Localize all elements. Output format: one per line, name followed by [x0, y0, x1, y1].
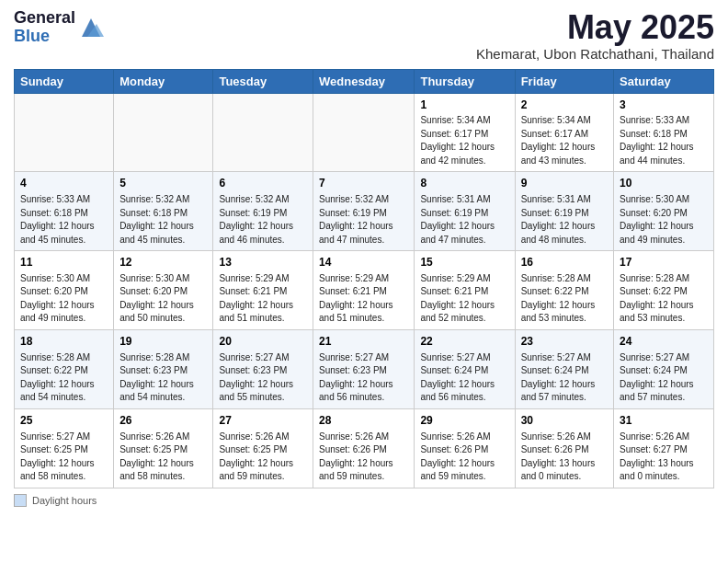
day-info: Sunrise: 5:26 AM Sunset: 6:25 PM Dayligh… [119, 431, 207, 484]
calendar-day-header: Wednesday [313, 69, 415, 93]
calendar-cell: 29Sunrise: 5:26 AM Sunset: 6:26 PM Dayli… [415, 408, 515, 488]
day-info: Sunrise: 5:32 AM Sunset: 6:19 PM Dayligh… [219, 193, 307, 247]
calendar-header-row: SundayMondayTuesdayWednesdayThursdayFrid… [15, 69, 714, 93]
logo: General Blue [14, 9, 104, 46]
calendar-cell: 6Sunrise: 5:32 AM Sunset: 6:19 PM Daylig… [213, 172, 313, 251]
logo-blue: Blue [14, 28, 75, 46]
calendar-day-header: Thursday [415, 69, 515, 93]
logo-icon [78, 15, 104, 40]
calendar-cell: 26Sunrise: 5:26 AM Sunset: 6:25 PM Dayli… [114, 408, 213, 488]
day-number: 8 [420, 176, 508, 191]
footer-label: Daylight hours [32, 495, 97, 506]
calendar-cell: 14Sunrise: 5:29 AM Sunset: 6:21 PM Dayli… [313, 251, 415, 330]
calendar-cell: 28Sunrise: 5:26 AM Sunset: 6:26 PM Dayli… [313, 408, 415, 488]
day-info: Sunrise: 5:26 AM Sunset: 6:26 PM Dayligh… [420, 431, 508, 484]
calendar-cell: 23Sunrise: 5:27 AM Sunset: 6:24 PM Dayli… [515, 329, 613, 408]
day-number: 16 [521, 255, 608, 270]
day-number: 29 [420, 413, 508, 429]
day-number: 11 [20, 255, 108, 270]
calendar-week-row: 18Sunrise: 5:28 AM Sunset: 6:22 PM Dayli… [15, 329, 714, 408]
day-info: Sunrise: 5:27 AM Sunset: 6:23 PM Dayligh… [219, 351, 307, 405]
day-number: 25 [20, 413, 108, 429]
logo-general: General [14, 9, 75, 28]
day-info: Sunrise: 5:28 AM Sunset: 6:22 PM Dayligh… [20, 351, 108, 405]
day-info: Sunrise: 5:27 AM Sunset: 6:24 PM Dayligh… [521, 351, 608, 405]
calendar-week-row: 1Sunrise: 5:34 AM Sunset: 6:17 PM Daylig… [15, 93, 714, 172]
calendar-cell: 10Sunrise: 5:30 AM Sunset: 6:20 PM Dayli… [614, 172, 714, 251]
day-number: 3 [620, 98, 708, 113]
day-info: Sunrise: 5:27 AM Sunset: 6:23 PM Dayligh… [319, 351, 408, 405]
calendar-day-header: Saturday [614, 69, 714, 93]
day-info: Sunrise: 5:34 AM Sunset: 6:17 AM Dayligh… [521, 114, 608, 167]
calendar-day-header: Friday [515, 69, 613, 93]
day-number: 10 [620, 176, 708, 191]
calendar-cell: 19Sunrise: 5:28 AM Sunset: 6:23 PM Dayli… [114, 329, 213, 408]
location-title: Khemarat, Ubon Ratchathani, Thailand [476, 46, 714, 62]
day-number: 18 [20, 334, 108, 350]
day-info: Sunrise: 5:27 AM Sunset: 6:24 PM Dayligh… [420, 351, 508, 405]
calendar-cell: 18Sunrise: 5:28 AM Sunset: 6:22 PM Dayli… [15, 329, 114, 408]
day-number: 31 [620, 413, 708, 429]
header: General Blue May 2025 Khemarat, Ubon Rat… [14, 9, 714, 62]
calendar-day-header: Monday [114, 69, 213, 93]
day-info: Sunrise: 5:31 AM Sunset: 6:19 PM Dayligh… [420, 193, 508, 247]
day-number: 22 [420, 334, 508, 350]
day-info: Sunrise: 5:29 AM Sunset: 6:21 PM Dayligh… [219, 272, 307, 326]
day-info: Sunrise: 5:30 AM Sunset: 6:20 PM Dayligh… [20, 272, 108, 326]
calendar-cell: 31Sunrise: 5:26 AM Sunset: 6:27 PM Dayli… [614, 408, 714, 488]
day-number: 12 [119, 255, 207, 270]
calendar-cell [313, 93, 415, 172]
calendar: SundayMondayTuesdayWednesdayThursdayFrid… [14, 69, 714, 488]
calendar-cell: 13Sunrise: 5:29 AM Sunset: 6:21 PM Dayli… [213, 251, 313, 330]
calendar-cell: 22Sunrise: 5:27 AM Sunset: 6:24 PM Dayli… [415, 329, 515, 408]
calendar-cell: 11Sunrise: 5:30 AM Sunset: 6:20 PM Dayli… [15, 251, 114, 330]
footer-box [14, 494, 27, 507]
day-info: Sunrise: 5:33 AM Sunset: 6:18 PM Dayligh… [620, 114, 708, 167]
day-info: Sunrise: 5:32 AM Sunset: 6:18 PM Dayligh… [119, 193, 207, 247]
day-info: Sunrise: 5:27 AM Sunset: 6:24 PM Dayligh… [620, 351, 708, 405]
calendar-cell: 17Sunrise: 5:28 AM Sunset: 6:22 PM Dayli… [614, 251, 714, 330]
day-number: 2 [521, 98, 608, 113]
day-number: 21 [319, 334, 408, 350]
day-number: 5 [119, 176, 207, 191]
calendar-cell [213, 93, 313, 172]
logo-text: General Blue [14, 9, 75, 46]
day-number: 9 [521, 176, 608, 191]
title-area: May 2025 Khemarat, Ubon Ratchathani, Tha… [476, 9, 714, 62]
calendar-cell: 3Sunrise: 5:33 AM Sunset: 6:18 PM Daylig… [614, 93, 714, 172]
day-info: Sunrise: 5:29 AM Sunset: 6:21 PM Dayligh… [420, 272, 508, 326]
calendar-cell: 20Sunrise: 5:27 AM Sunset: 6:23 PM Dayli… [213, 329, 313, 408]
day-info: Sunrise: 5:26 AM Sunset: 6:27 PM Dayligh… [620, 431, 708, 484]
calendar-cell: 16Sunrise: 5:28 AM Sunset: 6:22 PM Dayli… [515, 251, 613, 330]
day-number: 4 [20, 176, 108, 191]
calendar-cell: 1Sunrise: 5:34 AM Sunset: 6:17 PM Daylig… [415, 93, 515, 172]
calendar-cell [15, 93, 114, 172]
day-number: 13 [219, 255, 307, 270]
calendar-cell: 4Sunrise: 5:33 AM Sunset: 6:18 PM Daylig… [15, 172, 114, 251]
day-info: Sunrise: 5:31 AM Sunset: 6:19 PM Dayligh… [521, 193, 608, 247]
calendar-cell: 30Sunrise: 5:26 AM Sunset: 6:26 PM Dayli… [515, 408, 613, 488]
day-info: Sunrise: 5:29 AM Sunset: 6:21 PM Dayligh… [319, 272, 408, 326]
month-title: May 2025 [476, 9, 714, 46]
day-number: 6 [219, 176, 307, 191]
calendar-cell: 25Sunrise: 5:27 AM Sunset: 6:25 PM Dayli… [15, 408, 114, 488]
calendar-cell: 27Sunrise: 5:26 AM Sunset: 6:25 PM Dayli… [213, 408, 313, 488]
calendar-cell: 21Sunrise: 5:27 AM Sunset: 6:23 PM Dayli… [313, 329, 415, 408]
calendar-week-row: 11Sunrise: 5:30 AM Sunset: 6:20 PM Dayli… [15, 251, 714, 330]
day-info: Sunrise: 5:28 AM Sunset: 6:22 PM Dayligh… [521, 272, 608, 326]
calendar-cell: 15Sunrise: 5:29 AM Sunset: 6:21 PM Dayli… [415, 251, 515, 330]
day-number: 27 [219, 413, 307, 429]
day-info: Sunrise: 5:32 AM Sunset: 6:19 PM Dayligh… [319, 193, 408, 247]
calendar-cell: 2Sunrise: 5:34 AM Sunset: 6:17 AM Daylig… [515, 93, 613, 172]
day-number: 26 [119, 413, 207, 429]
calendar-week-row: 4Sunrise: 5:33 AM Sunset: 6:18 PM Daylig… [15, 172, 714, 251]
day-info: Sunrise: 5:33 AM Sunset: 6:18 PM Dayligh… [20, 193, 108, 247]
day-number: 7 [319, 176, 408, 191]
calendar-cell [114, 93, 213, 172]
day-number: 30 [521, 413, 608, 429]
day-number: 14 [319, 255, 408, 270]
calendar-cell: 24Sunrise: 5:27 AM Sunset: 6:24 PM Dayli… [614, 329, 714, 408]
day-info: Sunrise: 5:28 AM Sunset: 6:23 PM Dayligh… [119, 351, 207, 405]
day-info: Sunrise: 5:30 AM Sunset: 6:20 PM Dayligh… [119, 272, 207, 326]
day-info: Sunrise: 5:26 AM Sunset: 6:26 PM Dayligh… [521, 431, 608, 484]
